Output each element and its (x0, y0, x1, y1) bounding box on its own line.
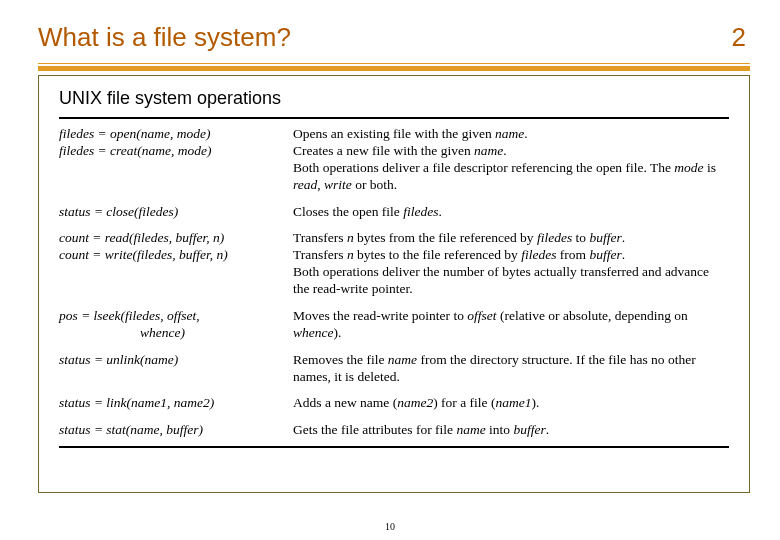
section-heading: UNIX file system operations (59, 88, 729, 109)
op-signature: status = stat(name, buffer) (59, 417, 293, 444)
table-row: status = stat(name, buffer) Gets the fil… (59, 417, 729, 444)
page-number-top: 2 (732, 22, 750, 53)
op-signature: count = read(filedes, buffer, n)count = … (59, 225, 293, 303)
table-row: pos = lseek(filedes, offset, whence) Mov… (59, 303, 729, 347)
op-signature: status = close(filedes) (59, 199, 293, 226)
table-row: status = unlink(name) Removes the file n… (59, 347, 729, 391)
content-box: UNIX file system operations filedes = op… (38, 75, 750, 493)
title-rule (38, 63, 750, 71)
table-row: status = close(filedes) Closes the open … (59, 199, 729, 226)
op-signature: pos = lseek(filedes, offset, whence) (59, 303, 293, 347)
page-number-bottom: 10 (0, 521, 780, 532)
op-description: Closes the open file filedes. (293, 199, 729, 226)
table-rule-bottom (59, 444, 729, 450)
op-description: Moves the read-write pointer to offset (… (293, 303, 729, 347)
op-description: Adds a new name (name2) for a file (name… (293, 390, 729, 417)
op-signature: filedes = open(name, mode)filedes = crea… (59, 121, 293, 199)
table-row: filedes = open(name, mode)filedes = crea… (59, 121, 729, 199)
op-signature: status = unlink(name) (59, 347, 293, 391)
operations-table: filedes = open(name, mode)filedes = crea… (59, 115, 729, 450)
op-description: Removes the file name from the directory… (293, 347, 729, 391)
table-row: count = read(filedes, buffer, n)count = … (59, 225, 729, 303)
op-signature: status = link(name1, name2) (59, 390, 293, 417)
op-description: Transfers n bytes from the file referenc… (293, 225, 729, 303)
table-row: status = link(name1, name2) Adds a new n… (59, 390, 729, 417)
header: What is a file system? 2 (38, 22, 750, 53)
op-description: Gets the file attributes for file name i… (293, 417, 729, 444)
slide: What is a file system? 2 UNIX file syste… (0, 0, 780, 540)
page-title: What is a file system? (38, 22, 291, 53)
op-description: Opens an existing file with the given na… (293, 121, 729, 199)
